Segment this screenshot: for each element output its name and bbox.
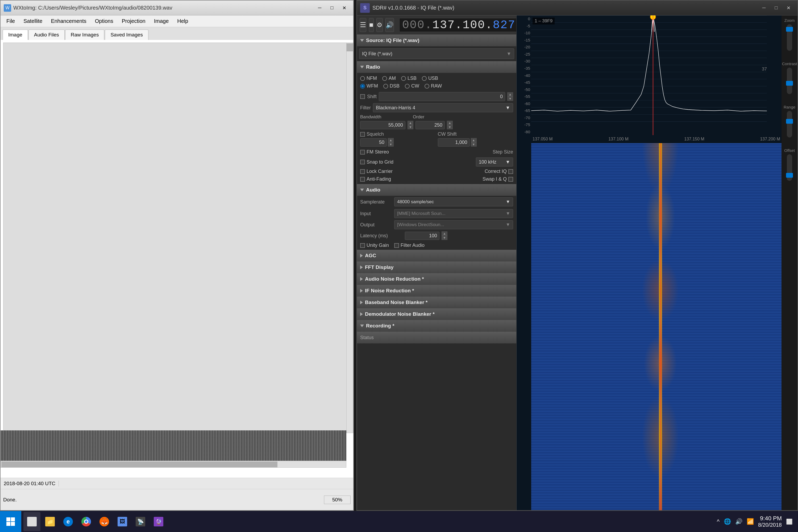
- tray-volume[interactable]: 🔊: [735, 518, 742, 525]
- if-noise-section[interactable]: IF Noise Reduction *: [357, 285, 516, 297]
- fm-stereo-item[interactable]: FM Stereo: [360, 149, 389, 155]
- squelch-input[interactable]: [360, 138, 387, 147]
- taskbar-file-exp[interactable]: 📁: [41, 512, 58, 531]
- mode-lsb[interactable]: LSB: [401, 76, 417, 81]
- maximize-button[interactable]: □: [326, 3, 338, 13]
- step-dropdown[interactable]: 100 kHz ▼: [476, 157, 513, 167]
- tray-clock[interactable]: 9:40 PM 8/20/2018: [758, 515, 782, 528]
- latency-input[interactable]: [405, 232, 439, 240]
- cw-shift-input[interactable]: [438, 138, 470, 147]
- shift-checkbox[interactable]: [360, 94, 365, 99]
- mode-nfm[interactable]: NFM: [360, 76, 377, 81]
- mode-usb[interactable]: USB: [422, 76, 438, 81]
- source-dropdown[interactable]: IQ File (*.wav) ▼: [359, 49, 514, 59]
- sdr-close[interactable]: ✕: [783, 3, 794, 13]
- taskbar-app5[interactable]: 🦊: [96, 512, 113, 531]
- snap-item[interactable]: Snap to Grid: [360, 159, 394, 165]
- demod-noise-section[interactable]: Demodulator Noise Blanker *: [357, 308, 516, 320]
- sdr-minimize[interactable]: ─: [758, 3, 770, 13]
- stop-button[interactable]: ■: [369, 18, 374, 32]
- sdr-maximize[interactable]: □: [770, 3, 782, 13]
- taskbar-search[interactable]: [23, 512, 40, 531]
- menu-satellite[interactable]: Satellite: [20, 17, 46, 26]
- tab-saved-images[interactable]: Saved Images: [105, 30, 148, 40]
- vertical-scrollbar[interactable]: [346, 42, 353, 433]
- menu-options[interactable]: Options: [91, 17, 117, 26]
- menu-enhancements[interactable]: Enhancements: [47, 17, 90, 26]
- mode-dsb[interactable]: DSB: [383, 83, 400, 89]
- taskbar-app6[interactable]: 🖼: [114, 512, 131, 531]
- tab-audio-files[interactable]: Audio Files: [28, 30, 65, 40]
- scroll-thumb-h[interactable]: [1, 461, 278, 467]
- filter-audio-item[interactable]: Filter Audio: [394, 243, 424, 248]
- filter-dropdown[interactable]: Blackman-Harris 4 ▼: [373, 103, 513, 112]
- order-down[interactable]: ▼: [447, 125, 453, 129]
- bw-up[interactable]: ▲: [407, 121, 413, 125]
- menu-image[interactable]: Image: [150, 17, 173, 26]
- taskbar-chrome[interactable]: [78, 512, 95, 531]
- recording-section[interactable]: Recording *: [357, 320, 516, 332]
- squelch-up[interactable]: ▲: [388, 138, 394, 142]
- lock-carrier-item[interactable]: Lock Carrier: [360, 169, 393, 174]
- order-input[interactable]: [416, 121, 445, 129]
- squelch-down[interactable]: ▼: [388, 142, 394, 147]
- unity-gain-item[interactable]: Unity Gain: [360, 243, 389, 248]
- cw-up[interactable]: ▲: [471, 138, 477, 142]
- latency-down[interactable]: ▼: [441, 236, 448, 240]
- baseband-noise-section[interactable]: Baseband Noise Blanker *: [357, 297, 516, 308]
- contrast-slider[interactable]: [787, 68, 792, 94]
- taskbar-edge[interactable]: e: [60, 512, 77, 531]
- file-explorer-icon: 📁: [45, 517, 55, 527]
- range-slider[interactable]: [787, 111, 792, 137]
- shift-up[interactable]: ▲: [507, 92, 513, 97]
- zoom-slider[interactable]: [787, 24, 792, 51]
- mode-raw[interactable]: RAW: [424, 83, 442, 89]
- anti-fading-item[interactable]: Anti-Fading: [360, 176, 391, 182]
- settings-button[interactable]: ⚙: [376, 18, 383, 32]
- hamburger-button[interactable]: ☰: [360, 18, 366, 32]
- sdr-body: ☰ ■ ⚙ 🔊 000. 137.100. 827 ◀ ▶ sdr#: [357, 15, 797, 510]
- mode-wfm[interactable]: WFM: [360, 83, 378, 89]
- scroll-thumb-v[interactable]: [347, 43, 353, 51]
- tray-show-desktop[interactable]: ⬜: [786, 518, 793, 525]
- tray-expand[interactable]: ^: [717, 518, 720, 525]
- mode-am[interactable]: AM: [382, 76, 396, 81]
- fft-section[interactable]: FFT Display: [357, 262, 516, 273]
- output-dropdown[interactable]: [Windows DirectSoun... ▼: [394, 220, 513, 229]
- db-75: -75: [517, 122, 531, 127]
- bw-down[interactable]: ▼: [407, 125, 413, 129]
- source-section-header[interactable]: Source: IQ File (*.wav): [357, 35, 516, 46]
- tray-network[interactable]: 🌐: [724, 518, 731, 525]
- squelch-checkbox[interactable]: [360, 132, 365, 137]
- menu-help[interactable]: Help: [173, 17, 192, 26]
- tab-image[interactable]: Image: [3, 30, 28, 40]
- status-section[interactable]: Status: [357, 332, 516, 343]
- menu-projection[interactable]: Projection: [118, 17, 149, 26]
- latency-up[interactable]: ▲: [441, 231, 448, 236]
- audio-noise-section[interactable]: Audio Noise Reduction *: [357, 273, 516, 285]
- taskbar-app7[interactable]: 📡: [132, 512, 149, 531]
- agc-section[interactable]: AGC: [357, 250, 516, 262]
- audio-button[interactable]: 🔊: [385, 18, 394, 32]
- radio-section-header[interactable]: Radio: [357, 61, 516, 73]
- minimize-button[interactable]: ─: [314, 3, 326, 13]
- offset-slider[interactable]: [787, 154, 792, 181]
- start-button[interactable]: [0, 511, 21, 532]
- tray-wifi[interactable]: 📶: [747, 518, 754, 525]
- input-dropdown[interactable]: [MME] Microsoft Soun... ▼: [394, 209, 513, 218]
- menu-file[interactable]: File: [3, 17, 19, 26]
- shift-down[interactable]: ▼: [507, 97, 513, 101]
- db-30: -30: [517, 59, 531, 63]
- horizontal-scrollbar[interactable]: [1, 461, 346, 468]
- mode-cw[interactable]: CW: [405, 83, 419, 89]
- order-up[interactable]: ▲: [447, 121, 453, 125]
- samplerate-dropdown[interactable]: 48000 sample/sec ▼: [394, 197, 513, 206]
- audio-section-header[interactable]: Audio: [357, 184, 516, 196]
- tab-raw-images[interactable]: Raw Images: [65, 30, 104, 40]
- swap-iq-item[interactable]: Swap I & Q: [482, 176, 513, 182]
- cw-down[interactable]: ▼: [471, 142, 477, 147]
- close-button[interactable]: ✕: [338, 3, 350, 13]
- correct-iq-item[interactable]: Correct IQ: [484, 169, 513, 174]
- taskbar-app8[interactable]: 🔮: [150, 512, 167, 531]
- bandwidth-input[interactable]: [360, 121, 405, 129]
